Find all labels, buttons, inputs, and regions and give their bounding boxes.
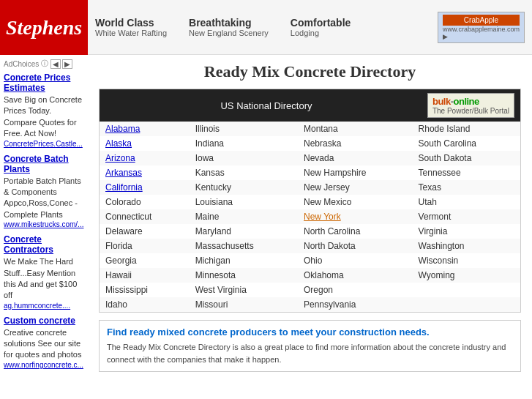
sidebar-section-3: Concrete Contractors We Make The Hard St… — [4, 234, 84, 310]
sidebar-title-3[interactable]: Concrete Contractors — [4, 234, 84, 255]
page-title: Ready Mix Concrete Directory — [99, 62, 521, 81]
table-row: IdahoMissouriPennsylvania — [100, 297, 520, 312]
bulk-bottom: The Powder/Bulk Portal — [432, 107, 509, 115]
state-cell: New York — [298, 209, 413, 224]
state-cell: Vermont — [413, 209, 520, 224]
dir-header-title: US National Directory — [105, 100, 427, 111]
banner-logo[interactable]: CrabApple www.crabapplemaine.com ▶ — [438, 12, 525, 43]
state-cell: North Carolina — [298, 224, 413, 239]
sidebar-section-1: Concrete Prices Estimates Save Big on Co… — [4, 72, 84, 148]
banner-item-1: World Class White Water Rafting — [95, 17, 167, 37]
state-link[interactable]: New York — [304, 212, 341, 222]
table-row: ColoradoLouisianaNew MexicoUtah — [100, 195, 520, 209]
bulk-online-badge[interactable]: bulk-online The Powder/Bulk Portal — [427, 93, 514, 118]
sidebar-link-1[interactable]: ConcretePrices.Castle... — [4, 140, 84, 148]
layout: AdChoices ⓘ ◀ ▶ Concrete Prices Estimate… — [0, 55, 532, 379]
state-cell: West Virginia — [190, 283, 298, 297]
sidebar-link-2[interactable]: www.mikestrucks.com/... — [4, 220, 84, 228]
banner-sub-3: Lodging — [291, 29, 351, 37]
state-link[interactable]: Arkansas — [105, 168, 142, 178]
table-row: GeorgiaMichiganOhioWisconsin — [100, 253, 520, 268]
table-row: ArizonaIowaNevadaSouth Dakota — [100, 151, 520, 165]
states-table: AlabamaIllinoisMontanaRhode IslandAlaska… — [100, 122, 520, 312]
sidebar-title-1[interactable]: Concrete Prices Estimates — [4, 72, 84, 93]
state-cell: North Dakota — [298, 239, 413, 253]
banner-title-1: World Class — [95, 17, 167, 29]
footer-section: Find ready mixed concrete producers to m… — [99, 320, 521, 372]
state-cell: Maryland — [190, 224, 298, 239]
ad-nav: ◀ ▶ — [50, 59, 72, 69]
state-cell: Arizona — [100, 151, 190, 165]
state-cell: Illinois — [190, 122, 298, 136]
banner-title-2: Breathtaking — [189, 17, 269, 29]
ad-next-icon[interactable]: ▶ — [62, 59, 72, 69]
sidebar-link-3[interactable]: ag.hummconcrete.... — [4, 302, 84, 310]
states-tbody: AlabamaIllinoisMontanaRhode IslandAlaska… — [100, 122, 520, 312]
state-cell: Utah — [413, 195, 520, 209]
dir-header: US National Directory bulk-online The Po… — [100, 89, 520, 122]
state-cell: Tennessee — [413, 165, 520, 180]
sidebar-title-4[interactable]: Custom concrete — [4, 316, 84, 326]
state-cell: Montana — [298, 122, 413, 136]
state-cell: Oregon — [298, 283, 413, 297]
state-cell — [413, 297, 520, 312]
state-cell: Georgia — [100, 253, 190, 268]
sidebar: AdChoices ⓘ ◀ ▶ Concrete Prices Estimate… — [0, 55, 88, 379]
state-cell: Florida — [100, 239, 190, 253]
state-cell: Connecticut — [100, 209, 190, 224]
state-link[interactable]: California — [105, 182, 143, 193]
sidebar-link-4[interactable]: www.norfingconcrete.c... — [4, 361, 84, 369]
logo: Stephens — [6, 16, 82, 40]
state-cell: Nevada — [298, 151, 413, 165]
state-link[interactable]: Alabama — [105, 124, 140, 134]
state-link[interactable]: Arizona — [105, 153, 135, 163]
directory-box: US National Directory bulk-online The Po… — [99, 89, 521, 313]
state-cell: Alaska — [100, 136, 190, 151]
state-cell: Indiana — [190, 136, 298, 151]
state-cell: Minnesota — [190, 268, 298, 283]
logo-area: Stephens — [0, 0, 88, 55]
state-cell: Wisconsin — [413, 253, 520, 268]
ad-prev-icon[interactable]: ◀ — [50, 59, 61, 69]
ad-choices-label: AdChoices — [4, 60, 39, 68]
ad-info-icon[interactable]: ⓘ — [41, 59, 48, 69]
banner-right[interactable]: CrabApple www.crabapplemaine.com ▶ — [438, 12, 525, 43]
banner-title-3: Comfortable — [291, 17, 351, 29]
banner-area: World Class White Water Rafting Breathta… — [88, 0, 532, 55]
table-row: CaliforniaKentuckyNew JerseyTexas — [100, 180, 520, 195]
state-cell: Arkansas — [100, 165, 190, 180]
banner-sub-1: White Water Rafting — [95, 29, 167, 37]
state-cell: Oklahoma — [298, 268, 413, 283]
sidebar-section-4: Custom concrete Creative concrete soluti… — [4, 316, 84, 369]
bulk-top: bulk-online — [432, 96, 509, 107]
state-cell: Michigan — [190, 253, 298, 268]
state-cell: Virginia — [413, 224, 520, 239]
table-row: ArkansasKansasNew HampshireTennessee — [100, 165, 520, 180]
banner-left: World Class White Water Rafting Breathta… — [95, 17, 351, 37]
state-cell: Ohio — [298, 253, 413, 268]
footer-body: The Ready Mix Concrete Directory is also… — [107, 341, 513, 365]
state-cell: New Mexico — [298, 195, 413, 209]
state-cell: New Hampshire — [298, 165, 413, 180]
state-cell: Idaho — [100, 297, 190, 312]
ad-choices: AdChoices ⓘ ◀ ▶ — [4, 59, 84, 69]
state-cell: Colorado — [100, 195, 190, 209]
state-cell: Rhode Island — [413, 122, 520, 136]
footer-title: Find ready mixed concrete producers to m… — [107, 327, 513, 338]
state-cell: Maine — [190, 209, 298, 224]
state-cell: New Jersey — [298, 180, 413, 195]
online-word: online — [454, 96, 479, 107]
state-link[interactable]: Alaska — [105, 138, 132, 149]
bulk-word: bulk — [432, 96, 451, 107]
sidebar-title-2[interactable]: Concrete Batch Plants — [4, 154, 84, 174]
table-row: MississippiWest VirginiaOregon — [100, 283, 520, 297]
state-cell: Louisiana — [190, 195, 298, 209]
state-cell — [413, 283, 520, 297]
state-cell: Mississippi — [100, 283, 190, 297]
table-row: AlaskaIndianaNebraskaSouth Carolina — [100, 136, 520, 151]
table-row: ConnecticutMaineNew YorkVermont — [100, 209, 520, 224]
banner-item-2: Breathtaking New England Scenery — [189, 17, 269, 37]
sidebar-body-3: We Make The Hard Stuff...Easy Mention th… — [4, 256, 84, 302]
banner-sub-2: New England Scenery — [189, 29, 269, 37]
header: Stephens World Class White Water Rafting… — [0, 0, 532, 55]
